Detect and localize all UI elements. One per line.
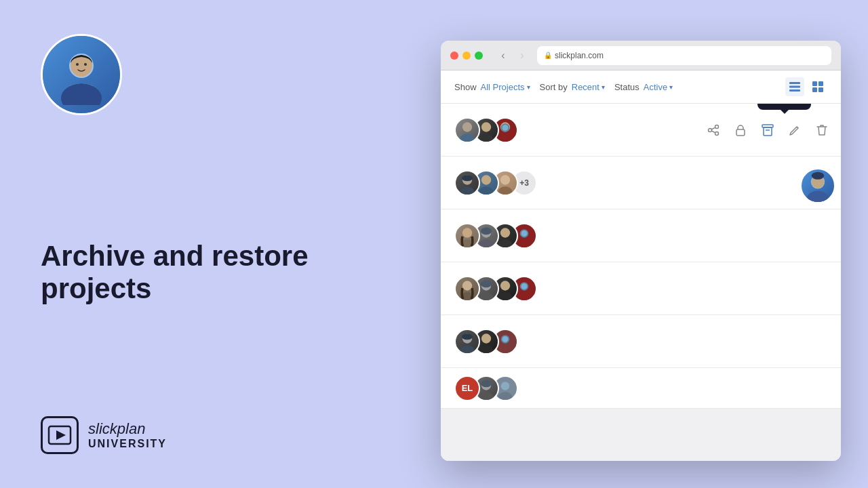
edit-icon[interactable]	[785, 121, 804, 140]
show-dropdown-arrow: ▾	[527, 83, 530, 91]
svg-rect-8	[789, 82, 800, 84]
svg-point-55	[462, 281, 472, 290]
project-row[interactable]	[441, 315, 841, 368]
svg-point-58	[479, 292, 493, 302]
brand-bar: slickplan UNIVERSITY	[41, 416, 380, 454]
status-filter: Status Active ▾	[614, 82, 673, 92]
headline-text: Archive and restore projects	[41, 240, 380, 306]
svg-point-36	[481, 175, 491, 184]
svg-line-27	[711, 131, 715, 133]
svg-point-44	[806, 190, 829, 203]
svg-point-50	[500, 228, 510, 237]
svg-rect-12	[818, 81, 823, 86]
svg-rect-28	[736, 129, 745, 136]
svg-point-4	[76, 63, 79, 66]
members-group	[454, 276, 537, 302]
project-row[interactable]: +3	[441, 157, 841, 209]
svg-point-67	[462, 333, 473, 340]
left-panel: Archive and restore projects slickplan U…	[0, 0, 420, 488]
svg-point-60	[500, 281, 510, 290]
archive-action-icon[interactable]	[758, 121, 777, 140]
members-group: EL	[454, 375, 518, 401]
instructor-avatar	[41, 34, 122, 115]
sort-dropdown-arrow: ▾	[601, 83, 605, 91]
toolbar: Show All Projects ▾ Sort by Recent ▾ Sta…	[441, 70, 841, 104]
forward-button[interactable]: ›	[514, 47, 530, 64]
project-row[interactable]	[441, 209, 841, 262]
svg-point-77	[498, 392, 512, 401]
minimize-button[interactable]	[462, 52, 471, 60]
svg-point-74	[479, 392, 493, 401]
status-label: Status	[614, 82, 639, 92]
view-toggle	[785, 77, 827, 96]
delete-icon[interactable]	[812, 121, 831, 140]
close-button[interactable]	[450, 52, 458, 60]
project-row[interactable]	[441, 262, 841, 315]
members-group	[454, 329, 518, 354]
status-value-button[interactable]: Active ▾	[644, 82, 673, 92]
svg-point-24	[709, 128, 712, 131]
svg-point-63	[521, 283, 528, 289]
brand-name: slickplan	[88, 420, 167, 438]
svg-point-48	[479, 239, 493, 249]
members-group	[454, 223, 537, 249]
svg-point-38	[500, 175, 510, 184]
sort-filter: Sort by Recent ▾	[540, 82, 605, 92]
show-filter: Show All Projects ▾	[454, 82, 530, 92]
svg-point-37	[479, 186, 493, 196]
archive-tooltip: Archive	[757, 104, 811, 110]
svg-rect-10	[789, 89, 800, 92]
user-corner-avatar	[800, 168, 835, 203]
svg-point-5	[84, 63, 87, 66]
svg-point-49	[481, 227, 492, 235]
svg-point-76	[501, 382, 510, 390]
show-value-button[interactable]: All Projects ▾	[481, 82, 530, 92]
traffic-lights	[450, 52, 483, 60]
brand-university: UNIVERSITY	[88, 438, 167, 450]
member-avatar: EL	[454, 375, 480, 401]
svg-point-25	[715, 131, 719, 135]
svg-point-59	[481, 280, 492, 287]
grid-view-button[interactable]	[808, 77, 827, 96]
address-bar[interactable]: 🔒 slickplan.com	[537, 46, 831, 65]
members-group	[454, 117, 518, 143]
browser-window: ‹ › 🔒 slickplan.com Show All Projects ▾ …	[441, 41, 841, 461]
svg-point-22	[502, 124, 509, 130]
lock-action-icon[interactable]	[731, 121, 750, 140]
svg-point-51	[498, 239, 512, 249]
member-avatar	[454, 170, 480, 196]
show-label: Show	[454, 82, 477, 92]
url-text: slickplan.com	[555, 51, 604, 60]
row-actions: Archive	[704, 121, 831, 140]
back-button[interactable]: ‹	[495, 47, 511, 64]
svg-point-18	[479, 134, 493, 143]
svg-point-39	[498, 186, 512, 196]
svg-point-68	[481, 333, 491, 343]
svg-point-35	[462, 175, 473, 181]
svg-point-45	[462, 228, 472, 237]
svg-point-66	[460, 345, 474, 354]
svg-point-53	[521, 230, 528, 236]
sort-label: Sort by	[540, 82, 568, 92]
svg-point-23	[715, 125, 719, 128]
member-avatar	[454, 329, 480, 354]
maximize-button[interactable]	[475, 52, 483, 60]
svg-point-75	[481, 380, 492, 387]
svg-point-71	[502, 336, 509, 342]
svg-rect-13	[812, 87, 817, 92]
share-icon[interactable]	[704, 121, 723, 140]
brand-icon	[41, 416, 79, 454]
members-group: +3	[454, 170, 537, 196]
member-avatar	[454, 276, 480, 302]
nav-arrows: ‹ ›	[495, 47, 530, 64]
svg-rect-14	[818, 87, 823, 92]
svg-point-72	[498, 345, 512, 354]
sort-value-button[interactable]: Recent ▾	[572, 82, 605, 92]
svg-rect-30	[764, 127, 772, 136]
svg-rect-11	[812, 81, 817, 86]
svg-point-54	[517, 239, 531, 249]
project-list: Archive	[441, 104, 841, 461]
project-row[interactable]: EL	[441, 368, 841, 409]
list-view-button[interactable]	[785, 77, 804, 96]
project-row[interactable]: Archive	[441, 104, 841, 157]
